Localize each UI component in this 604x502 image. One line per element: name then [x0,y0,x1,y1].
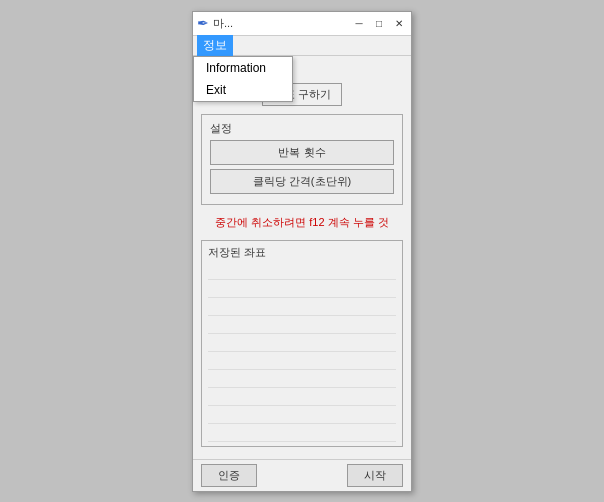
title-bar: ✒ 마... ─ □ ✕ [193,12,411,36]
dropdown-menu: Information Exit [193,56,293,102]
menu-exit[interactable]: Exit [194,79,292,101]
auth-button[interactable]: 인증 [201,464,257,487]
settings-group: 설정 반복 횟수 클릭당 간격(초단위) [201,114,403,205]
table-row [208,264,396,280]
saved-coords-label: 저장된 좌표 [208,245,396,260]
settings-label: 설정 [210,121,394,136]
menu-bar: 정보 Information Exit [193,36,411,56]
footer: 인증 시작 [193,459,411,491]
title-controls: ─ □ ✕ [351,15,407,31]
app-icon: ✒ [197,15,209,31]
title-bar-left: ✒ 마... [197,15,233,31]
close-button[interactable]: ✕ [391,15,407,31]
start-button[interactable]: 시작 [347,464,403,487]
table-row [208,318,396,334]
table-row [208,390,396,406]
table-row [208,336,396,352]
cancel-hint: 중간에 취소하려면 f12 계속 누를 것 [201,215,403,230]
click-interval-button[interactable]: 클릭당 간격(초단위) [210,169,394,194]
maximize-button[interactable]: □ [371,15,387,31]
table-row [208,282,396,298]
saved-coords-group: 저장된 좌표 [201,240,403,447]
menu-info[interactable]: 정보 [197,35,233,56]
table-row [208,300,396,316]
coords-list [208,264,396,442]
minimize-button[interactable]: ─ [351,15,367,31]
table-row [208,372,396,388]
window-title: 마... [213,16,233,31]
menu-information[interactable]: Information [194,57,292,79]
table-row [208,408,396,424]
repeat-count-button[interactable]: 반복 횟수 [210,140,394,165]
table-row [208,426,396,442]
content-area: 좌표 구하기 f1~f9 좌표 구하기 설정 반복 횟수 클릭당 간격(초단위)… [193,56,411,455]
main-window: ✒ 마... ─ □ ✕ 정보 Information Exit 좌표 구하기 … [192,11,412,492]
table-row [208,354,396,370]
